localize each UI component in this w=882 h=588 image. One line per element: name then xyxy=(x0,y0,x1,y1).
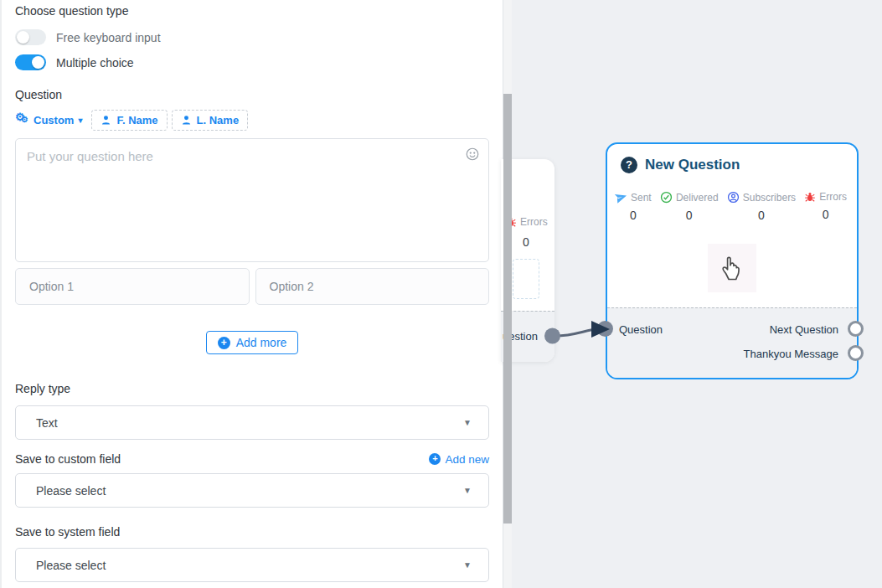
free-keyboard-label: Free keyboard input xyxy=(56,31,161,44)
option-2-placeholder: Option 2 xyxy=(270,280,314,293)
node-title: New Question xyxy=(645,157,740,173)
flow-canvas[interactable]: Errors 0 uestion ? New Question Sent 0 xyxy=(512,0,882,588)
thankyou-message-port[interactable] xyxy=(848,345,864,361)
multiple-choice-label: Multiple choice xyxy=(56,56,134,70)
gears-icon: ⚙⚙ xyxy=(15,114,29,127)
stat-sent-value: 0 xyxy=(630,209,637,222)
reply-type-label: Reply type xyxy=(15,382,489,395)
custom-button-label: Custom xyxy=(34,114,74,126)
system-field-select[interactable]: Please select ▼ xyxy=(15,548,489,582)
save-custom-field-label: Save to custom field xyxy=(15,452,121,466)
stat-sent: Sent 0 xyxy=(615,191,652,222)
add-more-label: Add more xyxy=(236,336,287,349)
merge-tag-toolbar: ⚙⚙ Custom ▾ F. Name L. Name xyxy=(15,110,489,131)
node-stats: Sent 0 Delivered 0 Subscribers 0 xyxy=(607,191,857,222)
panel-scrollbar[interactable] xyxy=(503,0,512,588)
option-1-placeholder: Option 1 xyxy=(29,280,74,293)
toggle-knob xyxy=(17,31,29,44)
stat-delivered: Delivered 0 xyxy=(660,191,719,222)
partial-node-content-box xyxy=(513,259,539,299)
free-keyboard-toggle[interactable] xyxy=(15,29,46,45)
choose-question-type-label: Choose question type xyxy=(15,0,489,18)
plus-circle-icon: + xyxy=(218,337,230,349)
question-textarea[interactable]: Put your question here xyxy=(15,138,489,262)
partial-node-errors-value: 0 xyxy=(523,235,529,249)
last-name-chip[interactable]: L. Name xyxy=(172,110,249,131)
plus-circle-icon: + xyxy=(429,453,441,465)
question-badge-icon: ? xyxy=(621,157,637,173)
custom-field-select[interactable]: Please select ▼ xyxy=(15,473,489,508)
multiple-choice-toggle[interactable] xyxy=(15,54,46,70)
input-port[interactable] xyxy=(597,321,613,337)
stat-delivered-value: 0 xyxy=(686,209,693,222)
multiple-choice-toggle-row: Multiple choice xyxy=(15,54,489,70)
subscribers-icon xyxy=(727,191,740,204)
toggle-knob xyxy=(32,56,44,69)
question-placeholder: Put your question here xyxy=(27,149,153,163)
add-new-link[interactable]: + Add new xyxy=(429,453,489,466)
errors-icon xyxy=(804,191,816,203)
stat-delivered-label: Delivered xyxy=(676,192,719,204)
save-system-field-label: Save to system field xyxy=(15,525,489,539)
stat-subscribers-label: Subscribers xyxy=(743,192,796,204)
stat-errors: Errors 0 xyxy=(804,191,847,222)
emoji-picker-icon[interactable] xyxy=(465,147,480,162)
system-field-value: Please select xyxy=(36,559,106,572)
reply-type-value: Text xyxy=(36,416,58,430)
stat-errors-label: Errors xyxy=(819,191,847,203)
options-row: Option 1 Option 2 xyxy=(15,268,489,305)
scrollbar-thumb[interactable] xyxy=(503,94,512,524)
save-custom-field-header: Save to custom field + Add new xyxy=(15,452,489,466)
hand-cursor-icon xyxy=(717,253,747,283)
first-name-chip[interactable]: F. Name xyxy=(91,110,167,131)
reply-type-select[interactable]: Text ▼ xyxy=(15,405,489,440)
input-port-label: Question xyxy=(619,323,663,336)
thankyou-message-port-label: Thankyou Message xyxy=(744,348,838,360)
option-1-input[interactable]: Option 1 xyxy=(15,268,250,305)
custom-field-value: Please select xyxy=(36,484,106,498)
option-2-input[interactable]: Option 2 xyxy=(255,268,490,305)
next-question-port-label: Next Question xyxy=(770,323,838,336)
caret-down-icon: ▼ xyxy=(463,560,472,569)
stat-errors-value: 0 xyxy=(823,208,829,221)
person-icon xyxy=(181,115,192,126)
new-question-node[interactable]: ? New Question Sent 0 Delivered 0 xyxy=(606,142,859,379)
stat-subscribers: Subscribers 0 xyxy=(727,191,796,222)
cursor-highlight xyxy=(708,244,756,292)
free-keyboard-toggle-row: Free keyboard input xyxy=(15,29,489,45)
chevron-down-icon: ▾ xyxy=(78,116,82,125)
node-header: ? New Question xyxy=(607,144,857,173)
partial-node-errors-label: Errors xyxy=(520,216,548,228)
last-name-chip-label: L. Name xyxy=(197,114,240,126)
caret-down-icon: ▼ xyxy=(463,485,472,494)
stat-subscribers-value: 0 xyxy=(758,209,765,222)
delivered-icon xyxy=(660,191,673,204)
add-more-wrap: + Add more xyxy=(15,331,489,354)
caret-down-icon: ▼ xyxy=(463,417,472,426)
first-name-chip-label: F. Name xyxy=(116,114,157,126)
node-footer: Question Next Question Thankyou Message xyxy=(607,307,857,378)
send-icon xyxy=(613,189,629,205)
question-config-panel: Choose question type Free keyboard input… xyxy=(0,0,503,588)
add-more-button[interactable]: + Add more xyxy=(206,331,299,354)
next-question-port[interactable] xyxy=(848,321,864,337)
person-icon xyxy=(101,115,111,126)
stat-sent-label: Sent xyxy=(631,192,652,204)
custom-dropdown-button[interactable]: ⚙⚙ Custom ▾ xyxy=(15,111,87,131)
question-label: Question xyxy=(15,88,489,101)
add-new-label: Add new xyxy=(445,453,489,466)
